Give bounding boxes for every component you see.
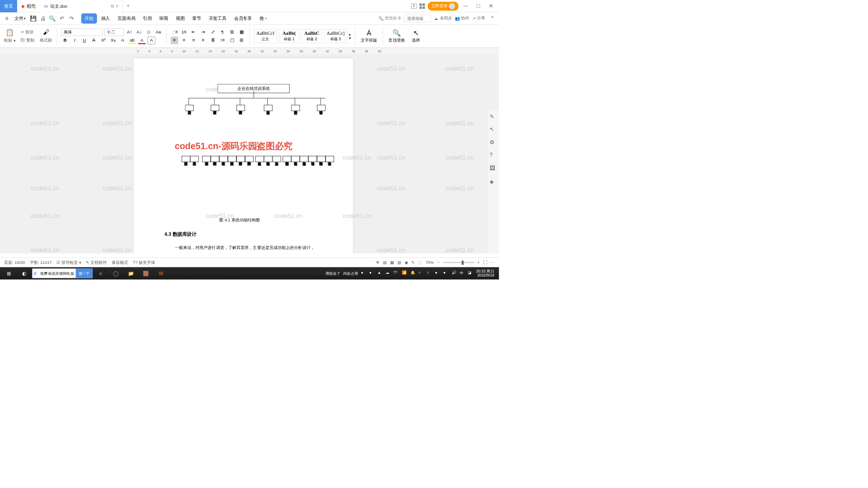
taskbar-search[interactable]: e 搜一下 [32, 268, 92, 278]
tray-icon[interactable]: 🛡 [394, 271, 399, 276]
tray-icon[interactable]: ● [443, 271, 448, 276]
tab-view[interactable]: 视图 [172, 13, 188, 23]
tab-home[interactable]: 首页 [0, 0, 17, 12]
cut-button[interactable]: ✂剪切 [20, 28, 35, 36]
tab-document[interactable]: W论文.doc ⧉ × [40, 0, 123, 12]
eye-icon[interactable]: 👁 [376, 260, 380, 265]
web-view-icon[interactable]: ◉ [405, 260, 408, 265]
undo-icon[interactable]: ↶ [58, 14, 66, 22]
tab-review[interactable]: 审阅 [156, 13, 172, 23]
text-direction-button[interactable]: Ä文字排版 [359, 28, 378, 45]
style-h3[interactable]: AaBbCc]标题 3 [324, 29, 347, 43]
tray-icon[interactable]: ◪ [468, 271, 473, 276]
align-right-button[interactable]: ≡ [190, 37, 198, 44]
tab-insert[interactable]: 插入 [98, 13, 113, 23]
tab-more[interactable]: 推 › [256, 13, 270, 23]
subscript-button[interactable]: X₂ [109, 37, 117, 44]
select-button[interactable]: ↖选择 [410, 28, 421, 45]
redo-icon[interactable]: ↷ [67, 14, 75, 22]
more-icon[interactable]: ⋯ [491, 260, 495, 265]
format-painter-button[interactable]: 格式刷 [39, 37, 52, 44]
tab-popout-icon[interactable]: ⧉ [111, 3, 114, 9]
tray-icon[interactable]: ○ [419, 271, 424, 276]
grid-icon[interactable] [420, 3, 425, 9]
clear-format-icon[interactable]: ◇ [145, 28, 153, 36]
tab-docke[interactable]: ◆稻壳 [17, 0, 40, 12]
style-more-button[interactable]: ▸▾ [349, 33, 351, 40]
close-button[interactable]: ✕ [486, 1, 495, 11]
text-effect-button[interactable]: A [119, 37, 127, 44]
align-center-button[interactable]: ≡ [180, 37, 188, 44]
preview-icon[interactable]: 🔍 [48, 14, 57, 22]
fullscreen-icon[interactable]: ⛶ [483, 260, 487, 265]
page-indicator[interactable]: 页面: 16/29 [4, 260, 25, 266]
login-button[interactable]: 立即登录 [428, 1, 458, 10]
line-spacing-button[interactable]: ↕≡ [219, 37, 226, 44]
layout-icon[interactable]: 1 [411, 4, 417, 9]
char-border-button[interactable]: A [148, 37, 156, 44]
tray-icon[interactable]: 📶 [402, 271, 407, 276]
tab-start[interactable]: 开始 [81, 13, 97, 23]
tray-ime-icon[interactable]: 中 [460, 271, 465, 276]
zoom-in-button[interactable]: + [477, 260, 480, 265]
font-select[interactable] [61, 28, 103, 36]
sync-status[interactable]: ☁未同步 [434, 15, 452, 21]
font-color-button[interactable]: A [138, 37, 146, 44]
show-marks-button[interactable]: ¶ [219, 28, 226, 36]
border-button[interactable]: ⊞ [238, 37, 245, 44]
fit-icon[interactable]: ⬚ [418, 260, 422, 265]
find-replace-button[interactable]: 🔍查找替换 [387, 28, 406, 45]
compat-mode[interactable]: 兼容模式 [112, 260, 128, 266]
zoom-slider[interactable] [443, 262, 474, 263]
start-button[interactable]: ⊞ [2, 268, 16, 279]
add-tab-button[interactable]: + [123, 3, 133, 9]
edit-icon[interactable]: ✎ [411, 260, 415, 265]
print-icon[interactable]: 🖨 [39, 14, 47, 22]
save-icon[interactable]: 💾 [29, 14, 37, 22]
sort-button[interactable]: ⤢ [209, 28, 217, 36]
task-ie[interactable]: e [94, 268, 108, 279]
style-gallery[interactable]: AaBbCcI正文 AaBb(标题 1 AaBbC标题 2 AaBbCc]标题 … [254, 29, 351, 43]
image-icon[interactable]: 🖼 [490, 165, 496, 172]
tab-pagelayout[interactable]: 页面布局 [114, 13, 139, 23]
decrease-indent-button[interactable]: ⇤ [190, 28, 198, 36]
align-distribute-button[interactable]: ≣ [209, 37, 217, 44]
zoom-label[interactable]: 70% [425, 260, 434, 265]
style-h1[interactable]: AaBb(标题 1 [279, 29, 299, 43]
increase-indent-button[interactable]: ⇥ [199, 28, 207, 36]
change-case-icon[interactable]: Aa [155, 28, 162, 36]
tray-icon[interactable]: ● [369, 271, 375, 276]
strikethrough-button[interactable]: A̵ [90, 37, 98, 44]
bold-button[interactable]: B [61, 37, 69, 44]
cursor-icon[interactable]: ↖ [490, 126, 496, 133]
tab-devtools[interactable]: 开发工具 [205, 13, 230, 23]
align-left-button[interactable]: ≡ [170, 37, 178, 44]
tabs-button[interactable]: ⊞ [228, 28, 236, 36]
close-icon[interactable]: × [116, 3, 118, 9]
search-template-input[interactable] [404, 14, 432, 22]
share-button[interactable]: ↗分享 [472, 15, 486, 21]
search-input[interactable] [38, 271, 75, 275]
format-painter-icon[interactable]: 🖌 [39, 28, 52, 36]
tray-icon[interactable]: ● [435, 271, 440, 276]
clock[interactable]: 20:32 周日 2022/9/18 [476, 269, 497, 278]
document-canvas[interactable]: code51.cn code51.cn code51.cn code51.cn … [0, 55, 499, 253]
italic-button[interactable]: I [71, 37, 79, 44]
tray-angry[interactable]: 用批信了 [326, 271, 340, 276]
spell-check[interactable]: ☑ 拼写检查 ▾ [57, 260, 81, 266]
menu-icon[interactable]: ≡ [3, 14, 11, 22]
style-normal[interactable]: AaBbCcI正文 [254, 29, 277, 43]
copy-button[interactable]: ⿻复制 [20, 37, 35, 44]
bullet-list-button[interactable]: ⋮≡ [170, 28, 178, 36]
paste-icon[interactable]: 📋 [4, 28, 16, 36]
zoom-out-button[interactable]: − [437, 260, 439, 265]
print-view-icon[interactable]: ▦ [390, 260, 394, 265]
collab-button[interactable]: 👥协作 [455, 15, 470, 21]
pen-icon[interactable]: ✎ [490, 113, 496, 120]
search-command[interactable]: 🔍查找命令 [378, 15, 401, 21]
tray-icon[interactable]: ☁ [386, 271, 391, 276]
paste-button[interactable]: 粘贴▾ [4, 37, 16, 44]
collapse-ribbon-icon[interactable]: ⌃ [488, 14, 496, 22]
outline-view-icon[interactable]: ▥ [397, 260, 401, 265]
proof-button[interactable]: ✎ 文档校对 [86, 260, 107, 266]
